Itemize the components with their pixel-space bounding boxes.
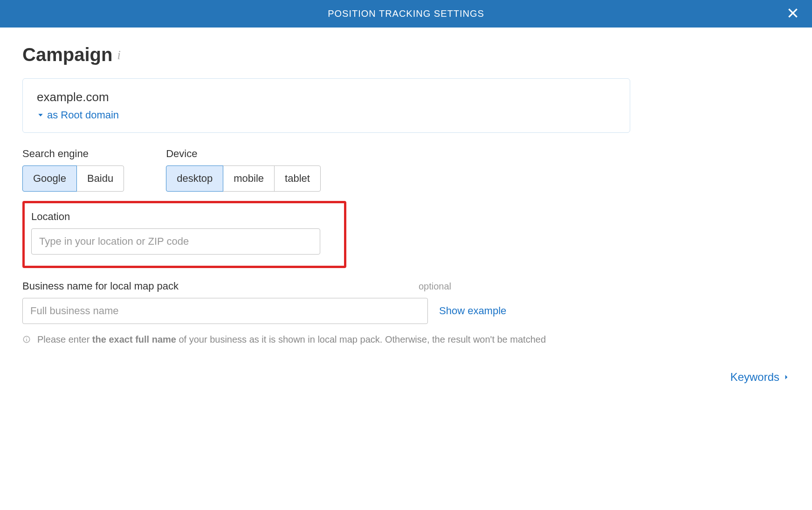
hint-suffix: of your business as it is shown in local… [176,334,546,345]
device-option-mobile[interactable]: mobile [223,165,275,192]
business-label-row: Business name for local map pack optiona… [22,280,451,292]
business-label: Business name for local map pack [22,280,179,292]
domain-card: example.com as Root domain [22,78,630,133]
device-option-desktop[interactable]: desktop [166,165,223,192]
location-label: Location [31,211,337,223]
business-hint-text: Please enter the exact full name of your… [37,332,546,347]
device-segmented: desktop mobile tablet [166,165,321,192]
business-section: Business name for local map pack optiona… [22,280,630,347]
next-label: Keywords [730,371,779,384]
business-optional-text: optional [419,281,451,292]
search-engine-group: Search engine Google Baidu [22,148,124,192]
chevron-right-icon [783,374,790,380]
search-engine-segmented: Google Baidu [22,165,124,192]
modal-title: POSITION TRACKING SETTINGS [328,8,484,19]
hint-bold: the exact full name [92,334,176,345]
domain-type-dropdown[interactable]: as Root domain [37,109,616,121]
device-option-tablet[interactable]: tablet [274,165,321,192]
chevron-down-icon [37,111,44,119]
search-engine-option-google[interactable]: Google [22,165,77,192]
page-title-text: Campaign [22,44,112,65]
hint-prefix: Please enter [37,334,92,345]
keywords-next-link[interactable]: Keywords [730,371,790,384]
search-engine-label: Search engine [22,148,124,160]
close-button[interactable] [787,7,799,21]
business-hint: Please enter the exact full name of your… [22,332,630,347]
domain-name: example.com [37,90,616,104]
domain-type-label: as Root domain [47,109,119,121]
info-icon[interactable]: i [117,48,121,62]
search-engine-option-baidu[interactable]: Baidu [76,165,124,192]
business-input-row: Show example [22,298,630,324]
device-group: Device desktop mobile tablet [166,148,321,192]
page-title: Campaign i [22,44,630,65]
svg-point-4 [26,338,27,338]
location-input[interactable] [31,228,320,255]
location-section-highlighted: Location [22,201,346,268]
close-icon [787,7,799,19]
device-label: Device [166,148,321,160]
modal-body: Campaign i example.com as Root domain Se… [0,28,653,357]
footer-nav: Keywords [0,357,812,398]
show-example-link[interactable]: Show example [439,305,506,317]
info-circle-icon [22,332,31,347]
engine-device-row: Search engine Google Baidu Device deskto… [22,148,630,192]
business-name-input[interactable] [22,298,428,324]
modal-header: POSITION TRACKING SETTINGS [0,0,812,28]
